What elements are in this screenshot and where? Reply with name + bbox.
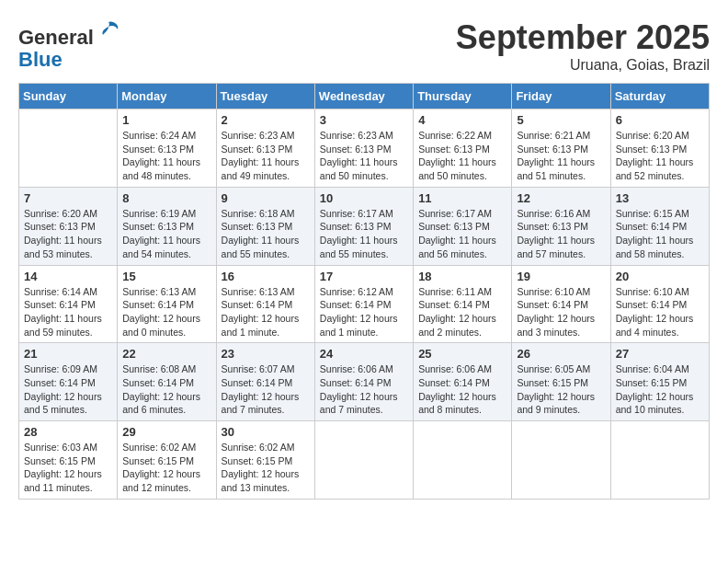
day-number: 24 (320, 347, 408, 361)
day-info: Sunrise: 6:14 AM Sunset: 6:14 PM Dayligh… (24, 285, 112, 339)
day-info: Sunrise: 6:15 AM Sunset: 6:14 PM Dayligh… (616, 207, 704, 261)
calendar-cell: 16Sunrise: 6:13 AM Sunset: 6:14 PM Dayli… (216, 265, 314, 343)
day-number: 30 (222, 425, 310, 439)
calendar-cell: 11Sunrise: 6:17 AM Sunset: 6:13 PM Dayli… (414, 187, 512, 265)
logo: General Blue (18, 18, 121, 71)
calendar-cell: 24Sunrise: 6:06 AM Sunset: 6:14 PM Dayli… (314, 343, 413, 421)
day-info: Sunrise: 6:16 AM Sunset: 6:13 PM Dayligh… (517, 207, 605, 261)
day-number: 3 (320, 113, 408, 127)
day-info: Sunrise: 6:09 AM Sunset: 6:14 PM Dayligh… (24, 362, 112, 417)
calendar-week-3: 14Sunrise: 6:14 AM Sunset: 6:14 PM Dayli… (19, 265, 710, 343)
calendar-cell: 28Sunrise: 6:03 AM Sunset: 6:15 PM Dayli… (19, 421, 118, 500)
day-info: Sunrise: 6:02 AM Sunset: 6:15 PM Dayligh… (122, 441, 210, 495)
day-number: 27 (616, 347, 704, 361)
day-number: 12 (517, 191, 605, 205)
day-info: Sunrise: 6:23 AM Sunset: 6:13 PM Dayligh… (320, 129, 408, 183)
calendar-cell: 7Sunrise: 6:20 AM Sunset: 6:13 PM Daylig… (19, 187, 118, 265)
day-number: 11 (418, 191, 506, 205)
logo-blue: Blue (18, 48, 63, 71)
calendar-cell: 8Sunrise: 6:19 AM Sunset: 6:13 PM Daylig… (118, 187, 216, 265)
calendar-cell: 21Sunrise: 6:09 AM Sunset: 6:14 PM Dayli… (19, 343, 118, 421)
day-info: Sunrise: 6:06 AM Sunset: 6:14 PM Dayligh… (418, 362, 506, 417)
header-monday: Monday (118, 84, 216, 109)
calendar-cell (414, 421, 512, 500)
day-info: Sunrise: 6:23 AM Sunset: 6:13 PM Dayligh… (222, 129, 310, 183)
location-subtitle: Uruana, Goias, Brazil (456, 57, 710, 74)
day-number: 14 (24, 270, 112, 283)
calendar-cell (314, 421, 413, 500)
title-block: September 2025 Uruana, Goias, Brazil (456, 18, 710, 74)
day-number: 2 (222, 113, 310, 127)
day-info: Sunrise: 6:13 AM Sunset: 6:14 PM Dayligh… (222, 285, 310, 339)
day-number: 17 (320, 270, 408, 283)
day-number: 26 (517, 347, 605, 361)
calendar-cell: 5Sunrise: 6:21 AM Sunset: 6:13 PM Daylig… (512, 109, 610, 188)
month-title: September 2025 (456, 18, 710, 57)
day-info: Sunrise: 6:08 AM Sunset: 6:14 PM Dayligh… (122, 362, 210, 417)
calendar-cell: 30Sunrise: 6:02 AM Sunset: 6:15 PM Dayli… (216, 421, 314, 500)
calendar-week-1: 1Sunrise: 6:24 AM Sunset: 6:13 PM Daylig… (19, 109, 710, 188)
day-number: 23 (222, 347, 310, 361)
calendar-cell: 18Sunrise: 6:11 AM Sunset: 6:14 PM Dayli… (414, 265, 512, 343)
day-number: 28 (24, 425, 112, 439)
header-tuesday: Tuesday (216, 84, 314, 109)
day-number: 25 (418, 347, 506, 361)
calendar-cell: 13Sunrise: 6:15 AM Sunset: 6:14 PM Dayli… (610, 187, 709, 265)
calendar-week-2: 7Sunrise: 6:20 AM Sunset: 6:13 PM Daylig… (19, 187, 710, 265)
page-header: General Blue September 2025 Uruana, Goia… (18, 18, 710, 74)
day-number: 29 (122, 425, 210, 439)
logo-bird-icon (96, 18, 121, 44)
day-info: Sunrise: 6:18 AM Sunset: 6:13 PM Dayligh… (222, 207, 310, 261)
day-info: Sunrise: 6:07 AM Sunset: 6:14 PM Dayligh… (222, 362, 310, 417)
logo-text-block: General Blue (18, 18, 121, 71)
header-thursday: Thursday (414, 84, 512, 109)
calendar-cell: 2Sunrise: 6:23 AM Sunset: 6:13 PM Daylig… (216, 109, 314, 188)
day-info: Sunrise: 6:17 AM Sunset: 6:13 PM Dayligh… (320, 207, 408, 261)
day-number: 13 (616, 191, 704, 205)
day-info: Sunrise: 6:17 AM Sunset: 6:13 PM Dayligh… (418, 207, 506, 261)
day-number: 20 (616, 270, 704, 283)
day-info: Sunrise: 6:21 AM Sunset: 6:13 PM Dayligh… (517, 129, 605, 183)
calendar-cell: 29Sunrise: 6:02 AM Sunset: 6:15 PM Dayli… (118, 421, 216, 500)
calendar-cell: 25Sunrise: 6:06 AM Sunset: 6:14 PM Dayli… (414, 343, 512, 421)
header-saturday: Saturday (610, 84, 709, 109)
day-info: Sunrise: 6:20 AM Sunset: 6:13 PM Dayligh… (616, 129, 704, 183)
day-info: Sunrise: 6:19 AM Sunset: 6:13 PM Dayligh… (122, 207, 210, 261)
calendar-week-4: 21Sunrise: 6:09 AM Sunset: 6:14 PM Dayli… (19, 343, 710, 421)
day-number: 15 (122, 270, 210, 283)
day-info: Sunrise: 6:02 AM Sunset: 6:15 PM Dayligh… (222, 441, 310, 495)
calendar-cell (512, 421, 610, 500)
calendar-cell: 26Sunrise: 6:05 AM Sunset: 6:15 PM Dayli… (512, 343, 610, 421)
calendar-cell: 6Sunrise: 6:20 AM Sunset: 6:13 PM Daylig… (610, 109, 709, 188)
calendar-cell: 1Sunrise: 6:24 AM Sunset: 6:13 PM Daylig… (118, 109, 216, 188)
day-number: 5 (517, 113, 605, 127)
day-number: 10 (320, 191, 408, 205)
logo-general: General (18, 26, 94, 49)
calendar-cell (19, 109, 118, 188)
calendar-cell: 15Sunrise: 6:13 AM Sunset: 6:14 PM Dayli… (118, 265, 216, 343)
calendar-cell: 23Sunrise: 6:07 AM Sunset: 6:14 PM Dayli… (216, 343, 314, 421)
calendar-cell: 12Sunrise: 6:16 AM Sunset: 6:13 PM Dayli… (512, 187, 610, 265)
day-info: Sunrise: 6:12 AM Sunset: 6:14 PM Dayligh… (320, 285, 408, 339)
day-number: 18 (418, 270, 506, 283)
calendar-header-row: SundayMondayTuesdayWednesdayThursdayFrid… (19, 84, 710, 109)
day-info: Sunrise: 6:06 AM Sunset: 6:14 PM Dayligh… (320, 362, 408, 417)
calendar-cell: 19Sunrise: 6:10 AM Sunset: 6:14 PM Dayli… (512, 265, 610, 343)
day-number: 16 (222, 270, 310, 283)
header-sunday: Sunday (19, 84, 118, 109)
calendar-cell: 9Sunrise: 6:18 AM Sunset: 6:13 PM Daylig… (216, 187, 314, 265)
day-number: 6 (616, 113, 704, 127)
day-info: Sunrise: 6:13 AM Sunset: 6:14 PM Dayligh… (122, 285, 210, 339)
day-info: Sunrise: 6:10 AM Sunset: 6:14 PM Dayligh… (616, 285, 704, 339)
day-number: 7 (24, 191, 112, 205)
calendar-table: SundayMondayTuesdayWednesdayThursdayFrid… (18, 83, 710, 500)
day-number: 19 (517, 270, 605, 283)
calendar-cell: 17Sunrise: 6:12 AM Sunset: 6:14 PM Dayli… (314, 265, 413, 343)
day-info: Sunrise: 6:22 AM Sunset: 6:13 PM Dayligh… (418, 129, 506, 183)
calendar-cell: 20Sunrise: 6:10 AM Sunset: 6:14 PM Dayli… (610, 265, 709, 343)
header-friday: Friday (512, 84, 610, 109)
day-number: 8 (122, 191, 210, 205)
day-info: Sunrise: 6:20 AM Sunset: 6:13 PM Dayligh… (24, 207, 112, 261)
day-info: Sunrise: 6:04 AM Sunset: 6:15 PM Dayligh… (616, 362, 704, 417)
day-info: Sunrise: 6:24 AM Sunset: 6:13 PM Dayligh… (122, 129, 210, 183)
